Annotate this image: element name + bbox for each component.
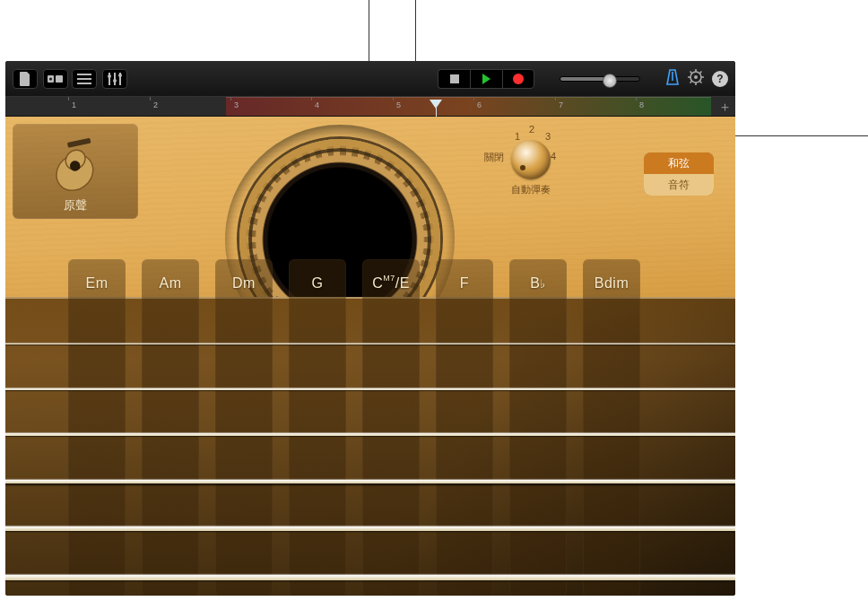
callout-leader-play (369, 0, 369, 63)
my-songs-button[interactable] (13, 69, 38, 89)
control-bar: ? (5, 61, 735, 97)
callout-leader-playhead (735, 135, 868, 136)
string-4[interactable] (5, 480, 735, 483)
acoustic-guitar-icon (30, 117, 121, 207)
svg-point-8 (118, 74, 122, 77)
master-volume-slider[interactable] (560, 76, 640, 82)
chord-root: B (530, 275, 540, 292)
stop-button[interactable] (438, 69, 470, 89)
notes-mode-label: 音符 (668, 178, 690, 193)
ruler-bar-label: 4 (315, 100, 319, 109)
tracks-button[interactable] (72, 69, 97, 89)
guitar-strings (5, 338, 735, 580)
svg-point-6 (108, 74, 111, 78)
autoplay-control: 1 2 3 4 關閉 自動彈奏 (488, 138, 574, 196)
autoplay-pos-1: 1 (515, 131, 520, 142)
ruler-bar-label: 5 (396, 100, 401, 109)
chord-label: CM7/E (362, 259, 420, 308)
metronome-button[interactable] (664, 68, 681, 90)
instrument-selector[interactable]: 原聲 (13, 124, 138, 219)
record-icon (513, 74, 524, 84)
svg-rect-1 (56, 75, 63, 83)
chord-root: C (372, 275, 383, 292)
autoplay-off-label: 關閉 (484, 151, 504, 164)
svg-point-2 (49, 77, 52, 80)
chord-label: Em (86, 275, 108, 292)
svg-rect-4 (77, 78, 91, 80)
autoplay-pos-4: 4 (551, 151, 556, 161)
chord-label: F (460, 275, 469, 292)
string-6[interactable] (5, 575, 735, 580)
autoplay-caption: 自動彈奏 (488, 183, 574, 196)
chord-accidental: ♭ (540, 277, 546, 291)
chord-quality: M7 (383, 274, 395, 283)
stop-icon (450, 74, 459, 83)
browser-button[interactable] (43, 69, 68, 89)
help-button[interactable]: ? (712, 71, 728, 87)
ruler-bar-label: 6 (477, 100, 482, 109)
svg-point-7 (113, 79, 117, 83)
garageband-window: ? 1 2 3 4 5 6 7 8 ＋ 原聲 1 (5, 61, 735, 596)
timeline-ruler[interactable]: 1 2 3 4 5 6 7 8 ＋ (5, 97, 735, 117)
svg-rect-3 (77, 74, 91, 75)
chord-strip-area: Em Am Dm G CM7/E F B♭ Bdim (5, 297, 735, 596)
autoplay-knob[interactable] (511, 140, 551, 179)
playhead-line (436, 108, 437, 117)
chords-notes-toggle: 和弦 音符 (644, 152, 714, 196)
ruler-bar-label: 3 (234, 100, 239, 109)
settings-button[interactable] (687, 68, 705, 90)
chord-bass: /E (395, 275, 410, 292)
play-icon (482, 74, 490, 84)
ruler-bar-label: 7 (559, 100, 563, 109)
svg-rect-5 (77, 83, 91, 84)
ruler-bar-label: 1 (72, 100, 76, 109)
autoplay-pos-3: 3 (545, 131, 551, 142)
transport-controls (438, 69, 534, 89)
ruler-bar-label: 8 (639, 100, 644, 109)
string-3[interactable] (5, 433, 735, 436)
svg-point-10 (694, 75, 698, 79)
svg-rect-14 (67, 138, 91, 148)
help-icon: ? (716, 73, 723, 85)
chord-label: Dm (232, 275, 256, 292)
callout-leader-record (415, 0, 416, 63)
chord-label: B♭ (509, 259, 567, 308)
chords-mode-label: 和弦 (668, 156, 690, 171)
chord-label: Am (160, 275, 182, 292)
chord-label: G (312, 275, 324, 292)
string-2[interactable] (5, 388, 735, 390)
chords-mode-button[interactable]: 和弦 (644, 152, 714, 174)
cycle-region[interactable] (226, 97, 711, 116)
record-button[interactable] (502, 69, 534, 89)
notes-mode-button[interactable]: 音符 (644, 174, 714, 196)
track-controls-button[interactable] (102, 69, 127, 89)
autoplay-pos-2: 2 (529, 124, 534, 135)
string-5[interactable] (5, 527, 735, 531)
play-button[interactable] (470, 69, 502, 89)
string-1[interactable] (5, 344, 735, 344)
add-section-button[interactable]: ＋ (718, 100, 732, 113)
ruler-bar-label: 2 (153, 100, 158, 109)
chord-label: Bdim (595, 275, 629, 292)
